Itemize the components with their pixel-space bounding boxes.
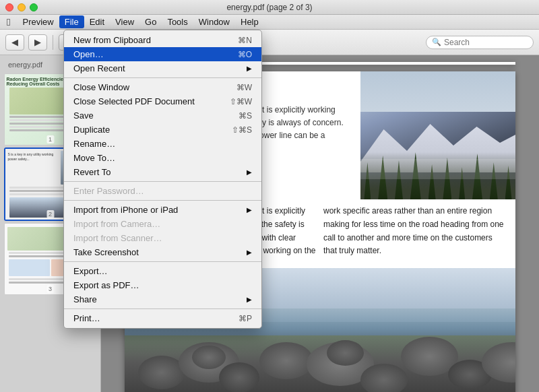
file-menu-dropdown: New from Clipboard ⌘N Open… ⌘O Open Rece…	[63, 30, 262, 329]
menu-sep-4	[64, 261, 261, 262]
nav-forward-button[interactable]: ▶	[28, 34, 47, 51]
nav-back-button[interactable]: ◀	[5, 34, 24, 51]
menu-sep-1	[64, 77, 261, 78]
menu-tools[interactable]: Tools	[162, 15, 193, 28]
close-button[interactable]	[5, 3, 13, 11]
page-mid-right-text: work specific areas rather than an entir…	[323, 205, 506, 259]
menu-window[interactable]: Window	[193, 15, 235, 28]
menu-enter-password: Enter Password…	[64, 184, 261, 198]
menu-import-iphone[interactable]: Import from iPhone or iPad ▶	[64, 203, 261, 217]
menu-sep-5	[64, 308, 261, 309]
menu-open[interactable]: Open… ⌘O	[64, 47, 261, 61]
menu-import-camera: Import from Camera…	[64, 217, 261, 231]
menu-sep-3	[64, 200, 261, 201]
submenu-arrow: ▶	[247, 65, 252, 72]
menu-take-screenshot[interactable]: Take Screenshot ▶	[64, 245, 261, 259]
menu-revert-to[interactable]: Revert To ▶	[64, 165, 261, 179]
menu-share[interactable]: Share ▶	[64, 292, 261, 306]
menu-import-scanner: Import from Scanner…	[64, 231, 261, 245]
menu-sep-2	[64, 181, 261, 182]
menu-file[interactable]: File	[59, 15, 84, 28]
menu-preview[interactable]: Preview	[17, 15, 59, 28]
menu-open-recent[interactable]: Open Recent ▶	[64, 61, 261, 75]
menu-edit[interactable]: Edit	[84, 15, 110, 28]
share-submenu-arrow: ▶	[247, 296, 252, 303]
window-title: energy.pdf (page 2 of 3)	[226, 3, 312, 12]
maximize-button[interactable]	[30, 3, 38, 11]
title-bar: energy.pdf (page 2 of 3)	[0, 0, 539, 15]
menu-save[interactable]: Save ⌘S	[64, 108, 261, 123]
menu-close-selected-pdf[interactable]: Close Selected PDF Document ⇧⌘W	[64, 94, 261, 108]
search-icon: 🔍	[432, 38, 441, 46]
toolbar-separator-1	[53, 35, 53, 50]
search-box[interactable]: 🔍	[426, 36, 534, 49]
menu-close-window[interactable]: Close Window ⌘W	[64, 80, 261, 94]
apple-menu[interactable]: 	[4, 16, 17, 28]
menu-export-pdf[interactable]: Export as PDF…	[64, 278, 261, 292]
thumb-page-num-2: 2	[46, 210, 54, 218]
menu-rename[interactable]: Rename…	[64, 137, 261, 151]
thumb-page-num-3: 3	[46, 285, 54, 293]
minimize-button[interactable]	[18, 3, 26, 11]
revert-submenu-arrow: ▶	[247, 168, 252, 176]
forest-image	[360, 71, 515, 199]
menu-move-to[interactable]: Move To…	[64, 151, 261, 165]
menu-export[interactable]: Export…	[64, 264, 261, 278]
search-input[interactable]	[444, 38, 525, 47]
menu-new-from-clipboard[interactable]: New from Clipboard ⌘N	[64, 33, 261, 47]
menu-print[interactable]: Print… ⌘P	[64, 311, 261, 325]
menu-bar:  Preview File Edit View Go Tools Window…	[0, 15, 539, 30]
import-submenu-arrow: ▶	[247, 206, 252, 214]
traffic-lights	[5, 3, 38, 11]
menu-view[interactable]: View	[110, 15, 139, 28]
thumb-page-num-1: 1	[46, 135, 54, 143]
menu-go[interactable]: Go	[139, 15, 162, 28]
screenshot-submenu-arrow: ▶	[247, 249, 252, 256]
menu-help[interactable]: Help	[235, 15, 264, 28]
menu-duplicate[interactable]: Duplicate ⇧⌘S	[64, 123, 261, 137]
